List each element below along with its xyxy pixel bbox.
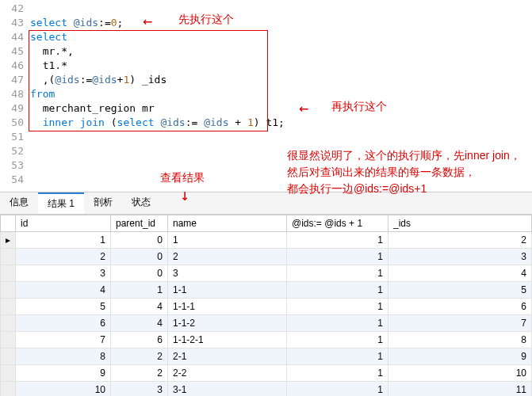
table-row[interactable]: 30314 bbox=[1, 265, 532, 282]
table-row[interactable]: 922-2110 bbox=[1, 365, 532, 382]
tab-info[interactable]: 信息 bbox=[0, 192, 38, 214]
arrow-down-icon: ↓ bbox=[180, 187, 189, 203]
col-parent-id[interactable]: parent_id bbox=[111, 215, 168, 232]
table-row[interactable]: ▸10112 bbox=[1, 232, 532, 249]
table-row[interactable]: 822-119 bbox=[1, 348, 532, 365]
col-ids[interactable]: _ids bbox=[388, 215, 532, 232]
table-row[interactable]: 411-115 bbox=[1, 282, 532, 299]
tab-result-1[interactable]: 结果 1 bbox=[38, 192, 84, 214]
highlight-box bbox=[29, 30, 268, 131]
col-name[interactable]: name bbox=[168, 215, 287, 232]
code-editor[interactable]: 42434445464748495051525354 select @ids:=… bbox=[0, 0, 532, 188]
table-row[interactable]: 641-1-217 bbox=[1, 315, 532, 332]
table-row[interactable]: 761-1-2-118 bbox=[1, 332, 532, 348]
row-header-blank bbox=[1, 215, 16, 232]
table-row[interactable]: 541-1-116 bbox=[1, 299, 532, 315]
header-row: id parent_id name @ids:= @ids + 1 _ids bbox=[1, 215, 532, 232]
annotation-4: 很显然说明了，这个的执行顺序，先inner join， 然后对查询出来的结果的每… bbox=[287, 147, 521, 197]
table-row[interactable]: 20213 bbox=[1, 249, 532, 265]
table-row[interactable]: 1033-1111 bbox=[1, 382, 532, 397]
tab-profile[interactable]: 剖析 bbox=[84, 192, 122, 214]
annotation-1: 先执行这个 bbox=[178, 13, 234, 27]
annotation-2: 再执行这个 bbox=[331, 100, 387, 114]
line-gutter: 42434445464748495051525354 bbox=[0, 2, 30, 187]
tab-status[interactable]: 状态 bbox=[122, 192, 160, 214]
col-ids-expr[interactable]: @ids:= @ids + 1 bbox=[287, 215, 388, 232]
annotation-3: 查看结果 bbox=[160, 171, 205, 185]
col-id[interactable]: id bbox=[16, 215, 111, 232]
result-grid[interactable]: id parent_id name @ids:= @ids + 1 _ids ▸… bbox=[0, 215, 532, 396]
arrow-icon: ← bbox=[299, 100, 308, 116]
arrow-icon: ← bbox=[143, 13, 152, 29]
